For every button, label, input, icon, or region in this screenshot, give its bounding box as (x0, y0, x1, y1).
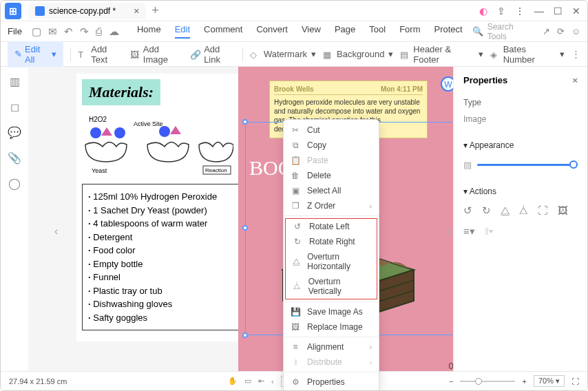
thumbnails-icon[interactable]: ▥ (10, 75, 20, 88)
zoom-out-icon[interactable]: − (449, 377, 453, 385)
toolbar-overflow-icon[interactable]: ⋮ (571, 49, 580, 59)
rotate-left-icon[interactable]: ↺ (463, 204, 472, 217)
minimize-button[interactable]: — (534, 6, 544, 17)
redo-icon[interactable]: ↷ (80, 25, 89, 38)
list-item: 125ml 10% Hydrogen Peroxide (88, 190, 237, 204)
menu-home[interactable]: Home (137, 24, 161, 39)
resize-handle[interactable] (242, 119, 248, 125)
close-button[interactable]: ✕ (572, 6, 580, 17)
copy-icon: ⧉ (291, 140, 300, 150)
header-footer-button[interactable]: ▤Header & Footer ▾ (400, 44, 483, 65)
background-button[interactable]: ▦Background ▾ (323, 49, 393, 59)
comments-icon[interactable]: 💬 (8, 126, 21, 139)
ctx-overturn-h[interactable]: ⧋Overturn Horizontally (286, 249, 377, 274)
add-text-button[interactable]: TAdd Text (78, 44, 123, 65)
properties-panel: Properties× Type Image ▾ Appearance ▨ ▾ … (453, 67, 587, 377)
menu-comment[interactable]: Comment (204, 24, 242, 39)
ctx-overturn-v[interactable]: ⧊Overturn Vertically (286, 274, 377, 299)
hand-tool-icon[interactable]: ✋ (228, 377, 238, 385)
flip-v-icon[interactable]: ⧊ (519, 204, 528, 217)
edit-all-button[interactable]: ✎ Edit All ▾ (8, 41, 63, 67)
save-icon[interactable]: ▢ (32, 25, 41, 38)
opacity-icon: ▨ (463, 160, 472, 170)
collapse-left-icon[interactable]: ‹ (54, 225, 58, 237)
prev-page-icon[interactable]: ‹ (271, 377, 274, 385)
fit-width-icon[interactable]: ⛶ (571, 377, 579, 385)
materials-list: 125ml 10% Hydrogen Peroxide 1 Sachet Dry… (82, 184, 243, 330)
print-icon[interactable]: ⎙ (96, 25, 102, 38)
bookmarks-icon[interactable]: ◻ (10, 101, 19, 114)
search-panel-icon[interactable]: ◯ (8, 177, 21, 190)
panel-close-icon[interactable]: × (572, 75, 578, 85)
replace-icon[interactable]: 🖼 (558, 204, 568, 217)
note-time: Mon 4:11 PM (381, 85, 423, 93)
label-yeast: Yeast (92, 167, 107, 174)
ctx-select-all[interactable]: ▣Select All (284, 183, 379, 198)
opacity-slider[interactable]: ▨ (463, 160, 578, 170)
ctx-replace-image[interactable]: 🖼Replace Image (284, 319, 379, 335)
menu-protect[interactable]: Protect (434, 24, 462, 39)
select-tool-icon[interactable]: ▭ (244, 377, 251, 385)
menu-page[interactable]: Page (335, 24, 355, 39)
menu-form[interactable]: Form (399, 24, 420, 39)
ai-icon[interactable]: ◐ (479, 6, 487, 17)
document-canvas[interactable]: ‹ Materials: H2O2 Active Site Yeast Reac… (28, 67, 453, 377)
first-page-icon[interactable]: ⇤ (258, 377, 264, 385)
account-icon[interactable]: ☺ (571, 26, 580, 36)
watermark-button[interactable]: ◇Watermark ▾ (250, 49, 316, 59)
undo-icon[interactable]: ↶ (64, 25, 73, 38)
export-icon[interactable]: ↗ (543, 26, 550, 36)
add-image-button[interactable]: 🖼Add Image (130, 44, 183, 65)
tab-close-icon[interactable]: × (134, 6, 139, 17)
ctx-rotate-left[interactable]: ↺Rotate Left (286, 219, 377, 234)
zoom-in-icon[interactable]: + (522, 377, 526, 385)
share-icon[interactable]: ⇪ (497, 6, 505, 17)
file-menu[interactable]: File (8, 26, 22, 36)
ctx-save-image-as[interactable]: 💾Save Image As (284, 304, 379, 319)
appearance-section[interactable]: ▾ Appearance (463, 140, 578, 150)
document-tab[interactable]: science-copy.pdf * × (28, 3, 146, 19)
rotate-right-icon[interactable]: ↻ (482, 204, 491, 217)
zoom-thumb[interactable] (475, 378, 482, 385)
ctx-z-order[interactable]: ❒Z Order› (284, 198, 379, 213)
cloud-icon[interactable]: ☁ (109, 25, 119, 38)
mail-icon[interactable]: ✉ (48, 25, 57, 38)
ctx-cut[interactable]: ✂Cut (284, 123, 379, 138)
menu-view[interactable]: View (302, 24, 321, 39)
ctx-properties[interactable]: ⚙Properties (284, 374, 379, 390)
svg-marker-2 (101, 127, 112, 136)
zoom-value[interactable]: 70% ▾ (534, 375, 565, 387)
maximize-button[interactable]: ☐ (554, 6, 563, 17)
resize-handle[interactable] (242, 332, 248, 338)
list-item: 1 Sachet Dry Yeast (powder) (88, 204, 237, 218)
menu-edit[interactable]: Edit (175, 24, 190, 39)
add-link-button[interactable]: 🔗Add Link (190, 44, 235, 65)
ctx-alignment[interactable]: ≡Alignment› (284, 339, 379, 355)
ctx-copy[interactable]: ⧉Copy (284, 138, 379, 153)
ctx-delete[interactable]: 🗑Delete (284, 168, 379, 183)
attachments-icon[interactable]: 📎 (8, 151, 21, 165)
actions-section[interactable]: ▾ Actions (463, 187, 578, 196)
crop-icon[interactable]: ⛶ (538, 204, 548, 217)
menu-convert[interactable]: Convert (256, 24, 288, 39)
tab-title: science-copy.pdf * (49, 6, 116, 16)
zoom-slider[interactable] (460, 381, 515, 382)
search-tools[interactable]: 🔍 Search Tools (472, 22, 527, 41)
resize-handle[interactable] (242, 225, 248, 231)
menu-bar: File ▢ ✉ ↶ ↷ ⎙ ☁ Home Edit Comment Conve… (1, 21, 587, 42)
distribute-icon: ⦀▾ (485, 225, 493, 237)
window-controls: ◐ ⇪ ⋮ — ☐ ✕ (479, 6, 587, 17)
cloud-sync-icon[interactable]: ⟳ (557, 26, 565, 36)
kebab-menu[interactable]: ⋮ (515, 6, 525, 17)
ctx-rotate-right[interactable]: ↻Rotate Right (286, 234, 377, 249)
flip-h-icon[interactable]: ⧋ (501, 204, 510, 217)
align-menu-icon[interactable]: ≡▾ (463, 225, 475, 237)
edit-toolbar: ✎ Edit All ▾ TAdd Text 🖼Add Image 🔗Add L… (1, 42, 587, 67)
new-tab-button[interactable]: + (151, 3, 159, 18)
collapse-right-icon[interactable]: › (447, 225, 450, 237)
bates-number-button[interactable]: ◈Bates Number ▾ (490, 44, 565, 65)
menu-tool[interactable]: Tool (369, 24, 386, 39)
list-item: Detergent (88, 231, 237, 244)
slider-thumb[interactable] (569, 160, 578, 169)
word-export-icon[interactable]: W (441, 76, 453, 92)
